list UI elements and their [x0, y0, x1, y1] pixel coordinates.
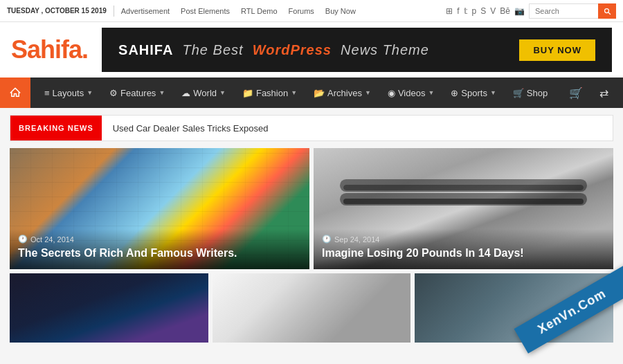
nav-item-shop[interactable]: 🛒 Shop [505, 78, 556, 108]
nav-forums[interactable]: Forums [289, 7, 314, 15]
card-overlay-1: 🕐 Oct 24, 2014 The Secrets Of Rich And F… [10, 229, 309, 269]
cart-button[interactable]: 🛒 [563, 80, 588, 105]
card-people[interactable] [213, 273, 411, 343]
card-city[interactable]: 🕐 Oct 24, 2014 The Secrets Of Rich And F… [10, 148, 309, 269]
banner-brand: SAHIFA [118, 42, 173, 57]
logo-dot: . [82, 35, 88, 64]
nav-rtl-demo[interactable]: RTL Demo [241, 7, 278, 15]
nav-item-layouts[interactable]: ≡ Layouts ▼ [36, 78, 101, 108]
nav-home-button[interactable] [0, 78, 30, 108]
shuffle-button[interactable]: ⇄ [591, 80, 616, 105]
nav-item-sports[interactable]: ⊕ Sports ▼ [442, 78, 505, 108]
topbar-nav: Advertisement Post Elements RTL Demo For… [121, 7, 356, 15]
world-arrow: ▼ [219, 89, 226, 96]
banner-text: SAHIFA The Best WordPress News Theme [118, 42, 429, 58]
sports-icon: ⊕ [451, 88, 458, 98]
card-glasses[interactable]: 🕐 Sep 24, 2014 Imagine Losing 20 Pounds … [314, 148, 613, 269]
shop-icon: 🛒 [513, 88, 524, 98]
nav-buy-now[interactable]: Buy Now [325, 7, 356, 15]
search-icon [603, 7, 611, 15]
clock-icon-1: 🕐 [18, 235, 28, 244]
breaking-label: BREAKING NEWS [10, 116, 102, 140]
banner-italic: The Best [183, 42, 244, 57]
nav-item-videos[interactable]: ◉ Videos ▼ [379, 78, 442, 108]
grid-row-1: 🕐 Oct 24, 2014 The Secrets Of Rich And F… [10, 148, 613, 269]
nav-fashion-label: Fashion [256, 88, 288, 98]
stumbleupon-icon[interactable]: S [480, 6, 486, 16]
facebook-icon[interactable]: f [457, 6, 459, 16]
features-icon: ⚙ [109, 88, 118, 98]
banner-buy-button[interactable]: BUY NOW [519, 39, 595, 61]
fashion-icon: 📁 [242, 88, 253, 98]
nav-right: 🛒 ⇄ [563, 80, 623, 105]
card-date-1: 🕐 Oct 24, 2014 [18, 235, 301, 244]
layouts-icon: ≡ [44, 88, 50, 98]
nav-videos-label: Videos [398, 88, 426, 98]
nav-shop-label: Shop [527, 88, 548, 98]
topbar-social: ⊞ f 𝕥 p S V Bē 📷 [446, 6, 525, 16]
logo[interactable]: Sahifa. [11, 35, 88, 64]
nav-post-elements[interactable]: Post Elements [181, 7, 230, 15]
nav-features-label: Features [120, 88, 156, 98]
home-icon [9, 87, 21, 99]
archives-icon: 📂 [314, 88, 325, 98]
topbar: TUESDAY , OCTOBER 15 2019 Advertisement … [0, 0, 623, 22]
header: Sahifa. SAHIFA The Best WordPress News T… [0, 22, 623, 78]
clock-icon-2: 🕐 [322, 235, 332, 244]
logo-text: Sahifa [11, 35, 82, 64]
nav-advertisement[interactable]: Advertisement [121, 7, 170, 15]
card-title-2: Imagine Losing 20 Pounds In 14 Days! [322, 246, 605, 261]
search-input[interactable] [529, 3, 598, 19]
card-crowd[interactable] [10, 273, 208, 343]
nav-world-label: World [193, 88, 217, 98]
nav-archives-label: Archives [327, 88, 362, 98]
archives-arrow: ▼ [365, 89, 371, 96]
instagram-icon[interactable]: 📷 [514, 6, 525, 16]
search-button[interactable] [598, 3, 616, 19]
videos-icon: ◉ [388, 88, 395, 98]
behance-icon[interactable]: Bē [500, 6, 510, 16]
nav-sports-label: Sports [461, 88, 487, 98]
nav-items: ≡ Layouts ▼ ⚙ Features ▼ ☁ World ▼ 📁 Fas… [30, 78, 563, 108]
videos-arrow: ▼ [428, 89, 434, 96]
nav-item-world[interactable]: ☁ World ▼ [173, 78, 234, 108]
topbar-date: TUESDAY , OCTOBER 15 2019 [7, 7, 107, 15]
banner-rest: News Theme [341, 42, 429, 57]
nav-item-fashion[interactable]: 📁 Fashion ▼ [234, 78, 305, 108]
banner: SAHIFA The Best WordPress News Theme BUY… [102, 28, 612, 72]
features-arrow: ▼ [159, 89, 165, 96]
breaking-text[interactable]: Used Car Dealer Sales Tricks Exposed [102, 123, 280, 134]
nav-layouts-label: Layouts [53, 88, 84, 98]
fashion-arrow: ▼ [291, 89, 297, 96]
search-box [529, 3, 616, 19]
layouts-arrow: ▼ [87, 89, 93, 96]
topbar-right: ⊞ f 𝕥 p S V Bē 📷 [446, 3, 616, 19]
card-title-1: The Secrets Of Rich And Famous Writers. [18, 246, 301, 261]
world-icon: ☁ [181, 88, 190, 98]
banner-wp: WordPress [253, 42, 332, 57]
card-date-2: 🕐 Sep 24, 2014 [322, 235, 605, 244]
nav-item-archives[interactable]: 📂 Archives ▼ [305, 78, 379, 108]
breaking-news-bar: BREAKING NEWS Used Car Dealer Sales Tric… [10, 115, 613, 141]
twitter-icon[interactable]: 𝕥 [464, 6, 468, 16]
topbar-divider [114, 6, 114, 17]
navbar: ≡ Layouts ▼ ⚙ Features ▼ ☁ World ▼ 📁 Fas… [0, 78, 623, 108]
card-overlay-2: 🕐 Sep 24, 2014 Imagine Losing 20 Pounds … [314, 229, 613, 269]
sports-arrow: ▼ [490, 89, 496, 96]
nav-item-features[interactable]: ⚙ Features ▼ [101, 78, 173, 108]
pinterest-icon[interactable]: p [472, 6, 477, 16]
rss-icon[interactable]: ⊞ [446, 6, 453, 16]
vimeo-icon[interactable]: V [490, 6, 496, 16]
